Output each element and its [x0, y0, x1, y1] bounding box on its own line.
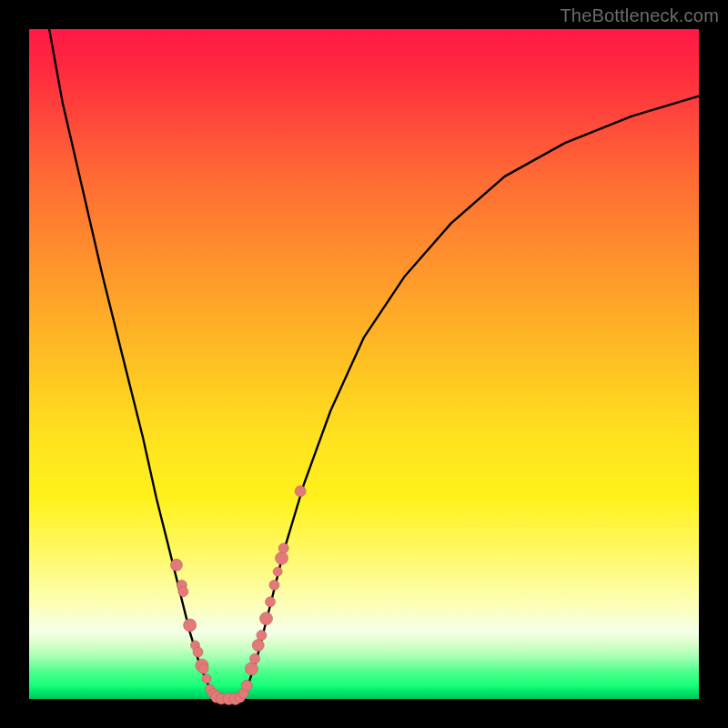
chart-stage: TheBottleneck.com — [0, 0, 728, 728]
watermark-text: TheBottleneck.com — [560, 5, 719, 26]
plot-background — [29, 29, 699, 699]
bottom-border-strip — [29, 699, 699, 728]
